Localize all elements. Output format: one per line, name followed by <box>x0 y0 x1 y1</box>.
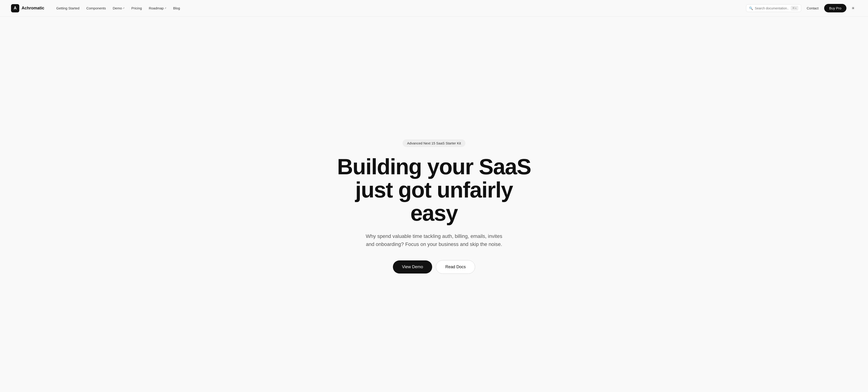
search-input[interactable] <box>755 6 789 10</box>
nav-pricing[interactable]: Pricing <box>129 5 145 11</box>
hero-subtitle: Why spend valuable time tackling auth, b… <box>365 232 503 248</box>
nav-blog[interactable]: Blog <box>170 5 183 11</box>
brand-logo[interactable]: A Achromatic <box>11 4 44 12</box>
search-icon: 🔍 <box>749 6 753 10</box>
read-docs-button[interactable]: Read Docs <box>436 260 475 274</box>
external-icon-roadmap: ↗ <box>164 7 166 9</box>
nav-links: Getting Started Components Demo ↗ Pricin… <box>54 5 746 11</box>
theme-toggle-button[interactable]: ☀ <box>849 4 857 12</box>
logo-icon: A <box>11 4 19 12</box>
sun-icon: ☀ <box>851 6 855 11</box>
navbar: A Achromatic Getting Started Components … <box>0 0 868 17</box>
hero-section: Advanced Next 15 SaaS Starter Kit Buildi… <box>0 17 868 392</box>
external-icon: ↗ <box>123 7 124 9</box>
hero-title: Building your SaaS just got unfairly eas… <box>331 155 537 224</box>
search-kbd: ⌘ K <box>791 6 798 10</box>
nav-roadmap[interactable]: Roadmap ↗ <box>146 5 169 11</box>
buy-pro-button[interactable]: Buy Pro <box>824 4 846 12</box>
view-demo-button[interactable]: View Demo <box>393 261 432 273</box>
nav-contact[interactable]: Contact <box>804 5 822 11</box>
nav-right: 🔍 ⌘ K Contact Buy Pro ☀ <box>746 4 857 12</box>
search-box[interactable]: 🔍 ⌘ K <box>746 4 801 12</box>
hero-buttons: View Demo Read Docs <box>393 260 475 274</box>
nav-components[interactable]: Components <box>84 5 108 11</box>
brand-name: Achromatic <box>22 6 44 10</box>
hero-badge: Advanced Next 15 SaaS Starter Kit <box>403 140 465 147</box>
nav-getting-started[interactable]: Getting Started <box>54 5 82 11</box>
nav-demo[interactable]: Demo ↗ <box>110 5 127 11</box>
